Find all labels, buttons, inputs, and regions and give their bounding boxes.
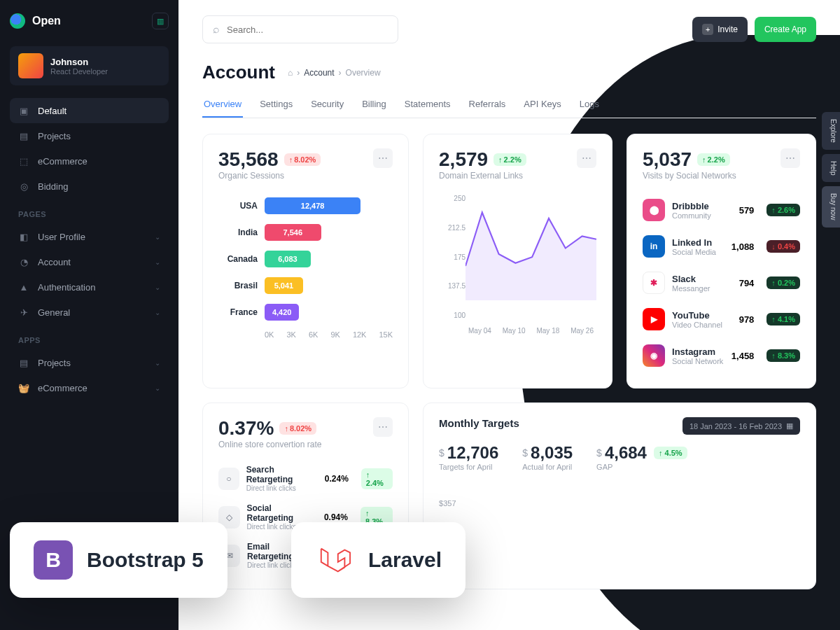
sessions-delta-badge: ↑ 8.02% [284,153,321,166]
search-input[interactable] [227,24,388,35]
tab-referrals[interactable]: Referrals [468,92,507,118]
card-organic-sessions: 35,568 ↑ 8.02% Organic Sessions ⋯ USA12,… [202,134,409,388]
social-label: Visits by Social Networks [643,171,736,181]
conv-value: 0.37% [218,417,274,440]
conv-label: Online store convertion rate [218,440,321,449]
social-icon: ⬤ [643,199,665,221]
home-icon[interactable]: ⌂ [288,68,293,78]
mini-bar-value: $357 [439,499,800,507]
float-tab-explore[interactable]: Explore [822,112,840,150]
social-row-dribbble[interactable]: ⬤ DribbbleCommunity 579 ↑ 2.6% [643,192,800,228]
promo-bootstrap-card[interactable]: B Bootstrap 5 [10,522,227,598]
plus-icon: + [702,24,713,35]
card-menu-button[interactable]: ⋯ [577,148,596,168]
sidebar-item-default[interactable]: ▣Default [10,98,169,123]
social-row-linked-in[interactable]: in Linked InSocial Media 1,088 ↓ 0.4% [643,228,800,265]
area-chart: 250212.5175137.5100 May 04May 10May 18Ma… [439,195,596,335]
promo-bootstrap-label: Bootstrap 5 [87,548,204,572]
bar-row-india: India7,546 [218,224,393,241]
sidebar-item-projects[interactable]: ▤Projects [10,123,169,148]
card-menu-button[interactable]: ⋯ [373,148,393,168]
conv-delta-badge: ↑ 8.02% [279,422,316,435]
card-social-networks: 5,037 ↑ 2.2% Visits by Social Networks ⋯… [626,134,816,388]
sidebar-item-ecommerce[interactable]: 🧺eCommerce⌄ [10,375,169,400]
date-range-picker[interactable]: 18 Jan 2023 - 16 Feb 2023 ▦ [682,417,800,435]
target-col-0: $12,706Targets for April [439,443,498,471]
bar-row-france: France4,420 [218,304,393,321]
sessions-value: 35,568 [218,148,279,171]
float-tab-buy-now[interactable]: Buy now [822,186,840,227]
page-title: Account [202,62,275,83]
tabs: OverviewSettingsSecurityBillingStatement… [202,92,816,118]
card-external-links: 2,579 ↑ 2.2% Domain External Links ⋯ 250… [423,134,612,388]
delta-badge: ↑ 2.4% [361,468,393,489]
nav-icon: ▣ [18,105,29,116]
breadcrumb-account[interactable]: Account [304,68,334,78]
tab-overview[interactable]: Overview [202,92,243,118]
card-menu-button[interactable]: ⋯ [780,148,800,168]
breadcrumb: ⌂ › Account › Overview [288,68,381,78]
analytics-toggle-button[interactable]: ▥ [152,13,169,29]
tab-logs[interactable]: Logs [578,92,601,118]
sidebar-item-account[interactable]: ◔Account⌄ [10,249,169,274]
promo-laravel-card[interactable]: Laravel [291,522,465,598]
sidebar-item-user-profile[interactable]: ◧User Profile⌄ [10,224,169,249]
card-monthly-targets: Monthly Targets 18 Jan 2023 - 16 Feb 202… [423,402,816,589]
sidebar-item-authentication[interactable]: ▲Authentication⌄ [10,274,169,300]
create-app-label: Create App [764,24,806,34]
nav-icon: 🧺 [18,382,29,393]
social-row-instagram[interactable]: ◉ InstagramSocial Network 1,458 ↑ 8.3% [643,337,800,374]
social-icon: ◉ [643,344,665,367]
nav-icon: ◧ [18,231,29,242]
tab-statements[interactable]: Statements [403,92,452,118]
bar-row-canada: Canada6,083 [218,251,393,267]
social-icon: ✱ [643,272,665,294]
tab-settings[interactable]: Settings [258,92,294,118]
social-row-slack[interactable]: ✱ SlackMessanger 794 ↑ 0.2% [643,265,800,301]
tab-security[interactable]: Security [309,92,345,118]
social-icon: in [643,235,665,258]
search-box[interactable]: ⌕ [202,15,398,43]
chevron-down-icon: ⌄ [155,384,160,392]
bar-row-usa: USA12,478 [218,197,393,214]
social-value: 5,037 [643,148,692,171]
social-delta-badge: ↑ 2.2% [697,153,730,166]
logo-icon [10,13,25,29]
delta-badge: ↑ 8.3% [766,349,800,362]
brand-logo[interactable]: Open [10,13,61,29]
invite-button[interactable]: + Invite [692,17,748,42]
retargeting-icon: ○ [218,468,239,490]
user-role: React Developer [50,67,108,76]
social-row-youtube[interactable]: ▶ YouTubeVideo Channel 978 ↑ 4.1% [643,301,800,337]
float-tab-help[interactable]: Help [822,154,840,183]
sidebar-item-projects[interactable]: ▤Projects⌄ [10,350,169,375]
sidebar-item-general[interactable]: ✈General⌄ [10,300,169,325]
chevron-down-icon: ⌄ [155,233,160,241]
target-col-1: $8,035Actual for April [522,443,573,471]
avatar [18,53,43,78]
sidebar-item-bidding[interactable]: ◎Bidding [10,174,169,199]
tab-billing[interactable]: Billing [360,92,388,118]
nav-icon: ▤ [18,130,29,141]
nav-icon: ◔ [18,256,29,267]
laravel-icon [315,540,354,580]
user-name: Johnson [50,57,108,67]
nav-icon: ◎ [18,181,29,192]
nav-icon: ✈ [18,307,29,318]
delta-badge: ↓ 0.4% [766,240,800,253]
bar-chart-axis: 0K3K6K9K12K15K [218,330,393,339]
card-menu-button[interactable]: ⋯ [373,417,393,437]
bootstrap-icon: B [34,540,73,580]
chevron-down-icon: ⌄ [155,309,160,316]
nav-icon: ▲ [18,281,29,293]
bar-chart-icon: ▥ [157,17,164,26]
search-icon: ⌕ [213,23,220,36]
user-card[interactable]: Johnson React Developer [10,46,169,85]
sessions-label: Organic Sessions [218,171,321,181]
floating-action-tabs: ExploreHelpBuy now [822,112,840,227]
social-icon: ▶ [643,308,665,330]
section-label-apps: APPS [10,325,169,350]
tab-api-keys[interactable]: API Keys [522,92,562,118]
sidebar-item-ecommerce[interactable]: ⬚eCommerce [10,148,169,174]
create-app-button[interactable]: Create App [755,17,816,42]
